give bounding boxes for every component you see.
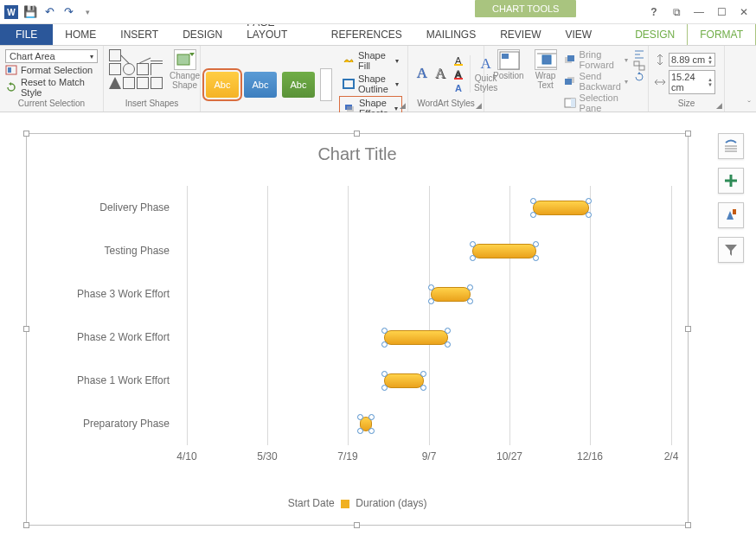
svg-text:A: A (455, 83, 462, 93)
style-swatch-3[interactable]: Abc (282, 72, 315, 98)
selection-pane-icon (564, 98, 576, 108)
svg-rect-9 (454, 64, 463, 66)
group-label: Size (654, 99, 719, 110)
text-effects-icon[interactable]: A (452, 82, 466, 94)
gallery-more-icon[interactable] (320, 68, 332, 101)
data-bar[interactable] (360, 417, 372, 431)
svg-rect-21 (565, 79, 572, 85)
quick-access-toolbar: W 💾 ↶ ↷ ▾ (0, 4, 95, 20)
redo-icon[interactable]: ↷ (61, 4, 76, 20)
x-tick-label: 2/4 (664, 450, 679, 462)
send-backward-icon (564, 76, 576, 86)
group-size: 8.89 cm▲▼ 15.24 cm▲▼ Size ◢ (649, 46, 725, 112)
collapse-ribbon-icon[interactable]: ˇ (747, 99, 751, 110)
y-tick-label: Phase 1 Work Effort (77, 374, 170, 386)
chevron-down-icon: ▾ (90, 53, 93, 61)
data-bar[interactable] (384, 373, 424, 388)
chart-elements-button[interactable] (718, 168, 744, 194)
undo-icon[interactable]: ↶ (42, 4, 57, 20)
send-backward-button[interactable]: Send Backward ▾ (564, 71, 628, 92)
height-spinner[interactable]: 8.89 cm▲▼ (654, 53, 715, 67)
data-bar[interactable] (431, 287, 471, 302)
svg-rect-5 (343, 80, 354, 88)
style-swatch-2[interactable]: Abc (244, 72, 277, 98)
maximize-icon[interactable]: ☐ (713, 6, 730, 18)
position-button[interactable]: Position (490, 49, 528, 81)
group-label: Current Selection (5, 99, 98, 110)
wrap-text-button[interactable]: Wrap Text (531, 49, 561, 90)
tab-file[interactable]: FILE (0, 24, 53, 45)
chart-filters-button[interactable] (718, 237, 744, 263)
tab-insert[interactable]: INSERT (108, 24, 170, 45)
layout-options-button[interactable] (718, 133, 744, 159)
style-swatch-1[interactable]: Abc (206, 72, 239, 98)
ribbon-options-icon[interactable]: ⧉ (668, 6, 685, 18)
reset-icon (5, 82, 17, 92)
y-tick-label: Delivery Phase (99, 201, 170, 214)
selection-pane-button[interactable]: Selection Pane (564, 92, 628, 113)
svg-rect-27 (634, 61, 639, 66)
svg-rect-4 (177, 54, 189, 65)
group-arrange: Position Wrap Text Bring Forward ▾ Send … (484, 46, 649, 112)
svg-rect-19 (567, 55, 574, 61)
chart-title[interactable]: Chart Title (27, 144, 688, 164)
text-fill-icon[interactable]: A (452, 54, 466, 67)
tab-home[interactable]: HOME (53, 24, 108, 45)
chart-object[interactable]: Chart Title Delivery Phase Testing Phase… (26, 133, 689, 526)
legend-swatch-icon (341, 500, 349, 508)
format-selection-icon (5, 65, 17, 75)
minimize-icon[interactable]: — (690, 6, 708, 18)
align-icon[interactable] (633, 49, 645, 60)
width-spinner[interactable]: 15.24 cm▲▼ (654, 70, 715, 94)
x-tick-label: 9/7 (422, 450, 437, 462)
shape-fill-button[interactable]: Shape Fill▾ (339, 49, 402, 72)
tab-review[interactable]: REVIEW (488, 24, 553, 45)
shape-gallery[interactable] (109, 49, 163, 89)
svg-rect-14 (502, 54, 509, 59)
x-tick-label: 12/16 (577, 450, 603, 462)
chart-element-dropdown[interactable]: Chart Area ▾ (5, 49, 98, 63)
y-tick-label: Preparatory Phase (83, 418, 170, 430)
shape-outline-button[interactable]: Shape Outline▾ (339, 73, 402, 95)
plot-area[interactable]: Delivery Phase Testing Phase Phase 3 Wor… (187, 186, 671, 445)
tab-references[interactable]: REFERENCES (319, 24, 414, 45)
legend-entry: Duration (days) (356, 497, 426, 509)
x-tick-label: 7/19 (337, 450, 357, 462)
window-controls: ? ⧉ — ☐ ✕ (645, 6, 753, 18)
legend-entry: Start Date (288, 497, 335, 509)
tab-chart-design[interactable]: DESIGN (623, 24, 687, 45)
group-current-selection: Chart Area ▾ Format Selection Reset to M… (0, 46, 104, 112)
shape-style-gallery[interactable]: Abc Abc Abc (206, 68, 332, 101)
y-tick-label: Testing Phase (105, 245, 170, 257)
data-bar[interactable] (384, 330, 448, 345)
save-icon[interactable]: 💾 (22, 4, 38, 20)
format-selection-button[interactable]: Format Selection (5, 65, 98, 75)
help-icon[interactable]: ? (645, 6, 663, 18)
tab-chart-format[interactable]: FORMAT (687, 23, 756, 45)
change-shape-button[interactable]: Change Shape (166, 49, 203, 90)
dialog-launcher-icon[interactable]: ◢ (476, 101, 482, 110)
reset-to-match-style-button[interactable]: Reset to Match Style (5, 77, 98, 98)
close-icon[interactable]: ✕ (735, 6, 753, 18)
group-icon[interactable] (633, 61, 645, 71)
bring-forward-button[interactable]: Bring Forward ▾ (564, 49, 628, 70)
svg-rect-23 (571, 99, 575, 107)
svg-rect-11 (454, 78, 463, 80)
dialog-launcher-icon[interactable]: ◢ (716, 101, 722, 110)
svg-rect-3 (8, 67, 11, 73)
data-bar[interactable] (472, 244, 536, 258)
tab-mailings[interactable]: MAILINGS (414, 24, 488, 45)
text-outline-icon[interactable]: A (452, 68, 466, 80)
position-icon (497, 49, 520, 70)
shape-fill-icon (343, 55, 355, 66)
chart-legend[interactable]: Start Date Duration (days) (27, 497, 688, 509)
data-bar[interactable] (533, 201, 589, 215)
word-app-icon: W (3, 4, 19, 20)
chart-styles-button[interactable] (718, 202, 744, 228)
qat-customize-icon[interactable]: ▾ (80, 4, 95, 20)
tab-design[interactable]: DESIGN (170, 24, 234, 45)
tab-view[interactable]: VIEW (554, 24, 605, 45)
dialog-launcher-icon[interactable]: ◢ (400, 101, 406, 110)
contextual-label: CHART TOOLS (475, 0, 576, 17)
rotate-icon[interactable] (633, 72, 645, 82)
